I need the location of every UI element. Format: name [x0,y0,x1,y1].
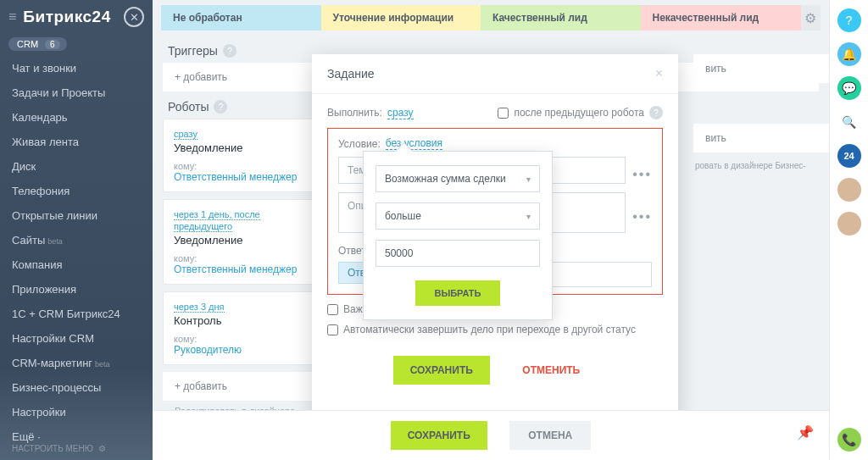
right-column-stub: вить вить ровать в дизайнере Бизнес- [693,54,829,175]
avatar[interactable] [837,212,861,236]
more-icon[interactable]: ••• [632,167,652,182]
stage[interactable]: Качественный лид [481,5,642,30]
sidebar-crm-pill[interactable]: CRM 6 [8,37,67,51]
sidebar-item[interactable]: Бизнес-процессы [0,375,153,400]
sidebar-footer[interactable]: НАСТРОИТЬ МЕНЮ⚙ [0,437,153,460]
stage[interactable]: Некачественный лид [641,5,802,30]
gear-icon: ⚙ [98,444,106,453]
help-icon[interactable]: ? [837,8,861,32]
sidebar-item[interactable]: 1С + CRM Битрикс24 [0,302,153,326]
menu-icon[interactable]: ≡ [8,9,16,25]
stage-bar: Не обработан Уточнение информации Качест… [153,0,829,36]
help-icon[interactable]: ? [214,100,227,114]
help-icon[interactable]: ? [649,106,663,119]
sidebar-item[interactable]: Компания [0,252,153,277]
condition-label: Условие: [338,138,381,150]
help-icon[interactable]: ? [223,44,236,58]
sidebar-item[interactable]: Живая лента [0,130,153,154]
pin-icon[interactable]: 📌 [797,424,814,441]
save-button[interactable]: СОХРАНИТЬ [393,356,490,385]
sidebar-item[interactable]: Календарь [0,105,153,130]
sidebar: ≡ Битрикс24 ✕ CRM 6 Чат и звонки Задачи … [0,0,153,460]
sidebar-item[interactable]: Настройки [0,400,153,424]
sidebar-item[interactable]: Диск [0,154,153,179]
stage-gear-icon[interactable]: ⚙ [800,5,821,30]
avatar[interactable] [837,178,861,202]
modal-title: Задание [327,67,375,80]
sidebar-item[interactable]: Телефония [0,179,153,203]
important-checkbox[interactable] [327,304,338,315]
b24-icon[interactable]: 24 [837,144,861,168]
sidebar-item[interactable]: Задачи и Проекты [0,80,153,105]
robot-card[interactable]: через 3 дня Контроль кому: Руководителю [163,291,324,365]
after-prev-checkbox[interactable] [498,108,509,119]
page-cancel-button[interactable]: ОТМЕНА [509,421,591,450]
edit-stub[interactable]: ровать в дизайнере Бизнес- [693,156,829,175]
close-icon[interactable]: ✕ [124,7,144,27]
more-icon[interactable]: ••• [632,209,652,224]
page-save-button[interactable]: СОХРАНИТЬ [391,421,487,450]
stage[interactable]: Уточнение информации [321,5,482,30]
operator-select[interactable]: больше▾ [376,202,540,230]
condition-value[interactable]: без условия [386,137,442,150]
sidebar-item[interactable]: Приложения [0,277,153,302]
select-button[interactable]: ВЫБРАТЬ [415,280,499,306]
rightbar: ? 🔔 💬 🔍 24 📞 [829,0,868,460]
sidebar-item[interactable]: Открытые линии [0,203,153,228]
logo: Битрикс24 [23,8,110,26]
sidebar-item[interactable]: Чат и звонки [0,56,153,80]
autocomplete-checkbox[interactable] [327,324,338,335]
chevron-down-icon: ▾ [526,212,531,221]
sidebar-item[interactable]: Настройки CRM [0,326,153,351]
sidebar-item[interactable]: CRM-маркетингbeta [0,351,153,375]
stage[interactable]: Не обработан [161,5,322,30]
robot-card[interactable]: сразу Уведомление кому: Ответственный ме… [163,119,324,192]
execute-value[interactable]: сразу [387,107,414,119]
value-input[interactable] [376,240,540,267]
chevron-down-icon: ▾ [526,175,531,184]
add-robot-stub[interactable]: вить [693,124,829,152]
sidebar-item[interactable]: Сайтыbeta [0,228,153,252]
robots-column: сразу Уведомление кому: Ответственный ме… [163,119,324,431]
bottom-bar: СОХРАНИТЬ ОТМЕНА 📌 [153,410,829,460]
close-icon[interactable]: × [655,66,663,81]
add-robot[interactable]: + добавить [163,372,324,401]
chat-icon[interactable]: 💬 [837,76,861,100]
search-icon[interactable]: 🔍 [837,110,861,134]
field-select[interactable]: Возможная сумма сделки▾ [376,165,540,192]
cancel-button[interactable]: ОТМЕНИТЬ [505,356,597,385]
phone-icon[interactable]: 📞 [837,428,861,452]
robot-card[interactable]: через 1 день, после предыдущего Уведомле… [163,199,324,285]
execute-label: Выполнить: [327,107,382,119]
bell-icon[interactable]: 🔔 [837,42,861,66]
crm-badge: 6 [45,40,60,49]
add-trigger-stub[interactable]: вить [693,54,829,83]
condition-popover: Возможная сумма сделки▾ больше▾ ВЫБРАТЬ [363,151,553,320]
